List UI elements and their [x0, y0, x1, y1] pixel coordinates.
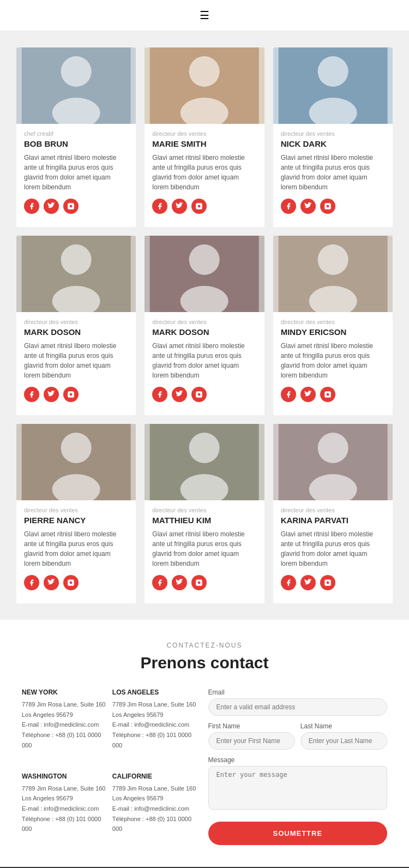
twitter-icon[interactable]: [172, 199, 187, 214]
team-card-role: directeur des ventes: [152, 319, 256, 325]
address-city: WASHINGTON: [22, 773, 107, 780]
email-input[interactable]: [208, 698, 387, 716]
menu-icon[interactable]: ☰: [200, 9, 209, 22]
team-card-name: NICK DARK: [281, 139, 385, 148]
svg-point-26: [317, 244, 348, 275]
twitter-icon[interactable]: [300, 387, 316, 402]
svg-point-16: [61, 244, 92, 275]
team-section: chef créatif BOB BRUN Glavi amet ritnisl…: [0, 31, 409, 620]
instagram-icon[interactable]: [320, 199, 335, 214]
team-card-desc: Glavi amet ritnisl libero molestie ante …: [24, 529, 128, 568]
team-card: directeur des ventes MARIE SMITH Glavi a…: [145, 47, 264, 227]
team-card-role: directeur des ventes: [281, 130, 385, 137]
svg-point-21: [189, 244, 220, 275]
email-label: Email: [208, 689, 387, 696]
contact-section: CONTACTEZ-NOUS Prenons contact NEW YORK …: [0, 620, 409, 867]
instagram-icon[interactable]: [191, 575, 207, 590]
message-group: Message: [208, 756, 387, 812]
address-city: NEW YORK: [22, 689, 107, 696]
address-block: NEW YORK 7789 Jim Rosa Lane, Suite 160Lo…: [22, 689, 107, 762]
facebook-icon[interactable]: [24, 575, 39, 590]
team-card-body: directeur des ventes MINDY ERICSON Glavi…: [273, 312, 393, 415]
name-row: First Name Last Name: [208, 722, 387, 756]
contact-form: Email First Name Last Name Message SOUME…: [208, 689, 387, 845]
last-name-input[interactable]: [300, 732, 387, 750]
team-card-social: [281, 387, 385, 402]
instagram-icon[interactable]: [320, 575, 335, 590]
team-card-role: directeur des ventes: [281, 319, 385, 325]
facebook-icon[interactable]: [281, 575, 296, 590]
instagram-icon[interactable]: [63, 575, 79, 590]
team-card-social: [152, 387, 256, 402]
instagram-icon[interactable]: [63, 387, 79, 402]
facebook-icon[interactable]: [152, 575, 167, 590]
team-card-social: [24, 575, 128, 590]
team-card-desc: Glavi amet ritnisl libero molestie ante …: [152, 529, 256, 568]
email-group: Email: [208, 689, 387, 716]
team-card-body: directeur des ventes NICK DARK Glavi ame…: [273, 124, 393, 227]
facebook-icon[interactable]: [152, 199, 167, 214]
first-name-input[interactable]: [208, 732, 295, 750]
svg-point-31: [61, 433, 92, 463]
facebook-icon[interactable]: [281, 387, 296, 402]
contact-addresses: NEW YORK 7789 Jim Rosa Lane, Suite 160Lo…: [22, 689, 197, 845]
facebook-icon[interactable]: [24, 387, 39, 402]
team-card-social: [24, 387, 128, 402]
team-card: chef créatif BOB BRUN Glavi amet ritnisl…: [16, 47, 136, 227]
instagram-icon[interactable]: [191, 199, 207, 214]
team-avatar: [145, 236, 264, 312]
team-card-social: [152, 199, 256, 214]
twitter-icon[interactable]: [300, 575, 316, 590]
twitter-icon[interactable]: [172, 387, 187, 402]
team-card: directeur des ventes MATTHIEU KIM Glavi …: [145, 424, 264, 603]
twitter-icon[interactable]: [172, 575, 187, 590]
team-card: directeur des ventes PIERRE NANCY Glavi …: [16, 424, 136, 603]
team-card-desc: Glavi amet ritnisl libero molestie ante …: [152, 153, 256, 192]
twitter-icon[interactable]: [44, 199, 59, 214]
team-card-name: MARK DOSON: [152, 327, 256, 337]
team-card-name: MARIE SMITH: [152, 139, 256, 148]
address-text: 7789 Jim Rosa Lane, Suite 160Los Angeles…: [22, 783, 107, 834]
team-card-social: [281, 575, 385, 590]
instagram-icon[interactable]: [191, 387, 207, 402]
team-card-body: chef créatif BOB BRUN Glavi amet ritnisl…: [16, 124, 136, 227]
team-card-body: directeur des ventes MARK DOSON Glavi am…: [145, 312, 264, 415]
header: ☰: [0, 0, 409, 31]
team-card-social: [24, 199, 128, 214]
facebook-icon[interactable]: [24, 199, 39, 214]
team-card-desc: Glavi amet ritnisl libero molestie ante …: [152, 341, 256, 380]
last-name-group: Last Name: [300, 722, 387, 750]
team-card-body: directeur des ventes MARK DOSON Glavi am…: [16, 312, 136, 415]
facebook-icon[interactable]: [152, 387, 167, 402]
team-card-desc: Glavi amet ritnisl libero molestie ante …: [281, 341, 385, 380]
message-input[interactable]: [208, 766, 387, 810]
team-card-name: PIERRE NANCY: [24, 516, 128, 525]
address-text: 7789 Jim Rosa Lane, Suite 160Los Angeles…: [22, 699, 107, 750]
address-text: 7789 Jim Rosa Lane, Suite 160Los Angeles…: [112, 783, 197, 834]
team-avatar: [16, 47, 136, 124]
team-card-desc: Glavi amet ritnisl libero molestie ante …: [281, 153, 385, 192]
svg-point-41: [317, 433, 348, 463]
submit-button[interactable]: SOUMETTRE: [208, 822, 387, 845]
team-card-role: directeur des ventes: [24, 319, 128, 325]
twitter-icon[interactable]: [44, 387, 59, 402]
team-card-name: MARK DOSON: [24, 327, 128, 337]
facebook-icon[interactable]: [281, 199, 296, 214]
instagram-icon[interactable]: [63, 199, 79, 214]
team-avatar: [16, 236, 136, 312]
svg-point-6: [189, 56, 220, 87]
team-card: directeur des ventes MINDY ERICSON Glavi…: [273, 236, 393, 415]
contact-label: CONTACTEZ-NOUS: [22, 642, 387, 649]
team-avatar: [145, 47, 264, 124]
twitter-icon[interactable]: [44, 575, 59, 590]
last-name-label: Last Name: [300, 722, 387, 730]
address-block: WASHINGTON 7789 Jim Rosa Lane, Suite 160…: [22, 773, 107, 846]
team-card: directeur des ventes MARK DOSON Glavi am…: [16, 236, 136, 415]
team-card-body: directeur des ventes MARIE SMITH Glavi a…: [145, 124, 264, 227]
team-card: directeur des ventes NICK DARK Glavi ame…: [273, 47, 393, 227]
team-card-role: chef créatif: [24, 130, 128, 137]
twitter-icon[interactable]: [300, 199, 316, 214]
instagram-icon[interactable]: [320, 387, 335, 402]
team-card-social: [281, 199, 385, 214]
team-card-social: [152, 575, 256, 590]
